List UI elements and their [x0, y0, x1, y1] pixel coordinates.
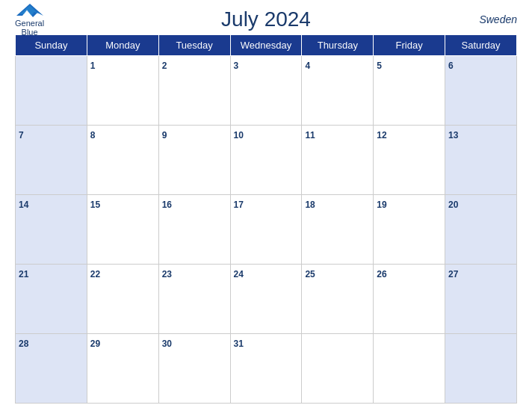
calendar-cell: 8	[87, 126, 158, 195]
day-number: 21	[19, 269, 28, 279]
calendar-cell: 18	[302, 195, 374, 265]
day-number: 5	[377, 61, 382, 71]
month-title: July 2024	[221, 7, 311, 31]
weekday-header-thursday: Thursday	[302, 35, 374, 56]
weekday-header-wednesday: Wednesday	[230, 35, 302, 56]
day-number: 9	[162, 130, 167, 140]
calendar-table: SundayMondayTuesdayWednesdayThursdayFrid…	[15, 34, 517, 404]
calendar-cell: 30	[158, 334, 230, 404]
country-label: Sweden	[479, 13, 517, 25]
day-number: 3	[234, 61, 239, 71]
weekday-header-saturday: Saturday	[445, 35, 517, 56]
calendar-cell: 20	[445, 195, 517, 265]
weekday-header-friday: Friday	[374, 35, 445, 56]
day-number: 22	[90, 269, 100, 279]
calendar-cell: 19	[374, 195, 445, 265]
calendar-body: 1234567891011121314151617181920212223242…	[16, 56, 517, 404]
calendar-cell: 7	[16, 126, 87, 195]
calendar-cell	[445, 334, 517, 404]
calendar-week-row: 28293031	[16, 334, 517, 404]
day-number: 27	[448, 269, 458, 279]
calendar-cell: 12	[374, 126, 445, 195]
day-number: 29	[90, 339, 100, 349]
calendar-cell: 9	[158, 126, 230, 195]
weekday-header-monday: Monday	[87, 35, 158, 56]
calendar-week-row: 21222324252627	[16, 265, 517, 334]
day-number: 25	[305, 269, 315, 279]
calendar-cell	[374, 334, 445, 404]
day-number: 12	[377, 130, 386, 140]
calendar-cell: 29	[87, 334, 158, 404]
logo: General Blue	[15, 2, 44, 37]
day-number: 15	[90, 200, 100, 210]
day-number: 7	[19, 130, 24, 140]
day-number: 2	[162, 61, 167, 71]
day-number: 28	[19, 339, 28, 349]
day-number: 4	[305, 61, 310, 71]
logo-line2: Blue	[22, 28, 38, 37]
day-number: 30	[162, 339, 172, 349]
calendar-cell: 16	[158, 195, 230, 265]
calendar-cell: 10	[230, 126, 302, 195]
calendar-header: General Blue July 2024 Sweden	[15, 7, 517, 31]
calendar-week-row: 123456	[16, 56, 517, 126]
calendar-cell: 23	[158, 265, 230, 334]
calendar-cell	[302, 334, 374, 404]
day-number: 23	[162, 269, 172, 279]
day-number: 1	[90, 61, 96, 71]
day-number: 18	[305, 200, 315, 210]
calendar-week-row: 14151617181920	[16, 195, 517, 265]
calendar-cell: 31	[230, 334, 302, 404]
day-number: 10	[234, 130, 244, 140]
day-number: 20	[448, 200, 458, 210]
calendar-cell	[16, 56, 87, 126]
calendar-cell: 22	[87, 265, 158, 334]
calendar-cell: 2	[158, 56, 230, 126]
calendar-cell: 11	[302, 126, 374, 195]
day-number: 16	[162, 200, 172, 210]
calendar-cell: 25	[302, 265, 374, 334]
calendar-cell: 13	[445, 126, 517, 195]
day-number: 13	[448, 130, 458, 140]
calendar-cell: 14	[16, 195, 87, 265]
weekday-header-tuesday: Tuesday	[158, 35, 230, 56]
weekday-header-row: SundayMondayTuesdayWednesdayThursdayFrid…	[16, 35, 517, 56]
day-number: 17	[234, 200, 244, 210]
day-number: 11	[305, 130, 315, 140]
weekday-header-sunday: Sunday	[16, 35, 87, 56]
calendar-cell: 3	[230, 56, 302, 126]
logo-line1: General	[15, 19, 44, 28]
logo-icon	[16, 2, 43, 19]
day-number: 6	[448, 61, 454, 71]
calendar-week-row: 78910111213	[16, 126, 517, 195]
calendar-cell: 24	[230, 265, 302, 334]
calendar-cell: 28	[16, 334, 87, 404]
calendar-cell: 26	[374, 265, 445, 334]
day-number: 24	[234, 269, 244, 279]
day-number: 31	[234, 339, 244, 349]
calendar-cell: 27	[445, 265, 517, 334]
day-number: 19	[377, 200, 386, 210]
calendar-cell: 6	[445, 56, 517, 126]
calendar-cell: 17	[230, 195, 302, 265]
day-number: 26	[377, 269, 386, 279]
day-number: 8	[90, 130, 96, 140]
calendar-cell: 4	[302, 56, 374, 126]
calendar-cell: 5	[374, 56, 445, 126]
calendar-cell: 15	[87, 195, 158, 265]
day-number: 14	[19, 200, 28, 210]
calendar-cell: 21	[16, 265, 87, 334]
calendar-cell: 1	[87, 56, 158, 126]
